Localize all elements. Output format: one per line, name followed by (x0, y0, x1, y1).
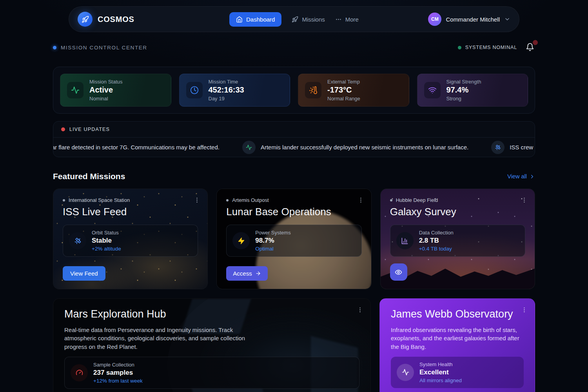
wifi-icon (424, 82, 441, 98)
page-title: MISSION CONTROL CENTER (61, 45, 147, 51)
mission-tag: Artemis Outpost (232, 197, 269, 203)
clock-icon (186, 82, 203, 98)
card-description: Infrared observations revealing the birt… (391, 326, 524, 351)
stat-label: System Health (419, 361, 462, 367)
thermometer-sun-icon (305, 82, 321, 98)
stats-panel: Mission Status Active Nominal Mission Ti… (53, 67, 535, 114)
mission-tag: Hubble Deep Field (396, 197, 438, 203)
card-stat-box: System Health Excellent All mirrors alig… (391, 357, 524, 388)
mission-control-label: MISSION CONTROL CENTER (53, 45, 147, 51)
stat-label: Power Systems (255, 230, 290, 236)
mission-title: Lunar Base Operations (226, 206, 361, 218)
more-vertical-icon[interactable] (519, 195, 529, 205)
stat-sub: +2% altitude (92, 246, 121, 252)
stat-value: 97.4% (446, 85, 481, 94)
nav-item-label: More (345, 16, 359, 23)
stat-card-external-temp: External Temp -173°C Normal Range (298, 74, 409, 107)
more-vertical-icon[interactable] (355, 305, 365, 315)
stat-sub: Nominal (89, 96, 123, 102)
stat-sub: Strong (446, 96, 481, 102)
james-webb-card[interactable]: James Webb Observatory Infrared observat… (379, 298, 535, 392)
mission-card-lunar[interactable]: Artemis Outpost Lunar Base Operations Po… (216, 189, 371, 289)
user-menu[interactable]: CM Commander Mitchell (359, 13, 510, 26)
stat-sub: Optimal (255, 246, 290, 252)
user-name: Commander Mitchell (446, 16, 500, 23)
ticker-item: Solar flare detected in sector 7G. Commu… (53, 144, 220, 151)
chevron-right-icon (529, 174, 535, 180)
card-description: Real-time data from Perseverance and Ing… (64, 326, 247, 351)
statusbar: MISSION CONTROL CENTER SYSTEMS NOMINAL (53, 43, 535, 52)
mission-title: ISS Live Feed (63, 206, 198, 218)
more-vertical-icon[interactable] (192, 195, 202, 205)
arrow-right-icon (255, 270, 261, 276)
brand: COSMOS (78, 12, 229, 27)
eye-icon (395, 269, 402, 276)
view-all-link[interactable]: View all (507, 173, 535, 180)
systems-status-label: SYSTEMS NOMINAL (465, 45, 517, 50)
green-status-dot (458, 46, 461, 49)
featured-missions-title: Featured Missions (53, 172, 125, 181)
card-title: Mars Exploration Hub (64, 308, 359, 320)
stat-sub: All mirrors aligned (419, 377, 462, 383)
notifications-button[interactable] (526, 43, 535, 52)
stat-label: Mission Time (209, 79, 244, 85)
mission-card-galaxy[interactable]: Hubble Deep Field Galaxy Survey Data Col… (380, 189, 535, 289)
ticker-item: ISS crew completes critical EVA repairs … (491, 141, 535, 154)
stat-value: 98.7% (255, 237, 290, 245)
live-updates-panel: LIVE UPDATES Solar flare detected in sec… (53, 121, 535, 157)
more-vertical-icon[interactable] (519, 305, 529, 315)
stat-value: 452:16:33 (209, 85, 244, 94)
stat-label: Data Collection (419, 230, 454, 236)
more-vertical-icon[interactable] (356, 195, 366, 205)
tag-dot (390, 199, 392, 201)
stat-value: 237 samples (93, 369, 143, 377)
stat-card-mission-status: Mission Status Active Nominal (60, 74, 171, 107)
top-navbar: COSMOS Dashboard Missions More CM Comman… (69, 6, 519, 32)
mission-stat-box: Orbit Status Stable +2% altitude (63, 225, 198, 257)
pulse-icon (397, 364, 414, 381)
stat-card-signal-strength: Signal Strength 97.4% Strong (417, 74, 528, 107)
stat-value: 2.8 TB (419, 237, 454, 245)
activity-icon (242, 141, 256, 154)
notification-badge (533, 40, 538, 45)
nav-item-missions[interactable]: Missions (292, 16, 325, 23)
stat-value: Excellent (419, 368, 462, 376)
stat-label: Orbit Status (92, 230, 121, 236)
mission-stat-box: Data Collection 2.8 TB +0.4 TB today (390, 225, 525, 257)
ticker-text: Solar flare detected in sector 7G. Commu… (53, 144, 220, 151)
ticker-text: Artemis lander successfully deployed new… (261, 144, 468, 151)
activity-icon (67, 82, 83, 98)
stat-value: -173°C (327, 85, 360, 94)
access-button[interactable]: Access (226, 266, 267, 281)
mars-exploration-card[interactable]: Mars Exploration Hub Real-time data from… (53, 298, 371, 392)
card-title: James Webb Observatory (391, 308, 524, 320)
live-updates-title: LIVE UPDATES (69, 127, 110, 132)
nav-menu: Dashboard Missions More (229, 12, 359, 27)
nav-item-more[interactable]: More (335, 16, 359, 23)
mission-title: Galaxy Survey (390, 206, 525, 218)
mission-card-iss[interactable]: International Space Station ISS Live Fee… (53, 189, 208, 289)
mission-stat-box: Power Systems 98.7% Optimal (226, 225, 361, 257)
stat-label: External Temp (327, 79, 360, 85)
chevron-down-icon (504, 16, 510, 22)
stat-sub: +12% from last week (93, 378, 143, 384)
mission-tag: International Space Station (69, 197, 130, 203)
card-stat-box: Sample Collection 237 samples +12% from … (64, 357, 359, 389)
ellipsis-icon (335, 16, 342, 23)
blue-status-dot (53, 46, 56, 49)
nav-item-label: Missions (302, 16, 325, 23)
view-feed-button[interactable]: View Feed (63, 266, 105, 281)
rocket-logo-icon (78, 12, 93, 27)
red-live-dot (61, 127, 65, 131)
ticker-item: Artemis lander successfully deployed new… (242, 141, 468, 154)
satellite-icon (69, 232, 86, 249)
stat-label: Signal Strength (446, 79, 481, 85)
nav-item-dashboard[interactable]: Dashboard (229, 12, 281, 27)
zap-icon (232, 232, 250, 249)
nav-item-label: Dashboard (246, 16, 275, 23)
view-button-eye[interactable] (390, 263, 407, 281)
brand-name: COSMOS (98, 15, 134, 24)
stat-value: Stable (92, 237, 121, 245)
satellite-icon (491, 141, 505, 154)
avatar: CM (428, 13, 441, 26)
